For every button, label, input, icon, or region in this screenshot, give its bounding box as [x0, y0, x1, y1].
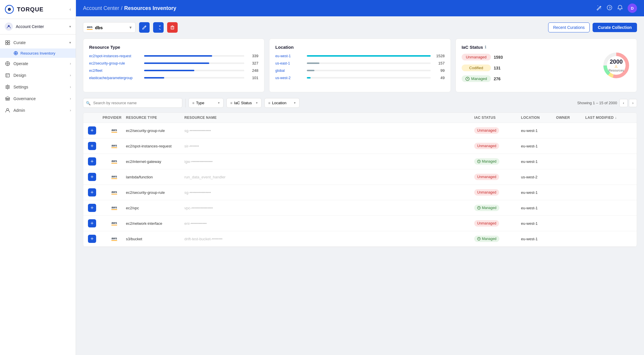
nav-item-operate[interactable]: Operate › [0, 58, 76, 69]
cloud-provider-selector[interactable]: aws dbs ▾ [83, 22, 136, 33]
account-selector[interactable]: Account Center ▾ [0, 19, 76, 34]
wand-icon[interactable] [596, 5, 602, 12]
curate-collection-button[interactable]: Curate Collection [593, 23, 637, 32]
iac-filter-label: IaC Status [234, 101, 252, 105]
resource-type-cell: lambda/function [126, 175, 184, 179]
nav-item-curate[interactable]: Curate ▾ [0, 37, 76, 48]
avatar[interactable]: D [628, 4, 637, 13]
nav-sub-item-resources-inventory[interactable]: Resources Inventory [0, 48, 76, 58]
add-icon[interactable]: + [88, 235, 96, 243]
resource-type-label[interactable]: elasticache/parametergroup [89, 76, 142, 80]
iac-pill-unmanaged: Unmanaged [474, 127, 499, 134]
location-label[interactable]: us-west-2 [275, 76, 304, 80]
cloud-chevron-icon: ▾ [129, 25, 132, 30]
add-row-button[interactable]: + [88, 188, 103, 196]
th-last-modified[interactable]: Last Modified ↓ [585, 116, 632, 120]
iac-status-cell: Managed [474, 205, 521, 211]
svg-rect-6 [6, 43, 7, 45]
type-filter-label: Type [196, 101, 204, 105]
th-provider: Provider [103, 116, 126, 120]
operate-arrow-icon: › [70, 62, 71, 66]
location-filter[interactable]: ≡ Location ▾ [264, 98, 300, 108]
next-page-button[interactable]: › [629, 99, 637, 107]
add-row-button[interactable]: + [88, 173, 103, 181]
edit-button[interactable] [139, 22, 150, 33]
resource-name-cell: run_data_event_handler [184, 175, 474, 179]
location-label[interactable]: eu-west-1 [275, 54, 304, 58]
iac-status-cell: Unmanaged [474, 143, 521, 149]
add-icon[interactable]: + [88, 142, 96, 150]
search-input[interactable] [83, 98, 182, 108]
aws-provider-text: aws [112, 144, 117, 147]
resource-type-bar [144, 70, 194, 71]
help-icon[interactable]: ? [607, 5, 612, 12]
nav-item-settings[interactable]: Settings › [0, 81, 76, 93]
aws-provider-line [111, 209, 117, 210]
aws-provider-text: aws [112, 221, 117, 225]
add-row-button[interactable]: + [88, 142, 103, 150]
nav-item-design[interactable]: Design › [0, 69, 76, 81]
svg-rect-33 [171, 27, 174, 29]
iac-badge-managed: Managed [462, 75, 491, 82]
add-icon[interactable]: + [88, 188, 96, 196]
location-filter-chevron-icon: ▾ [294, 101, 296, 105]
delete-button[interactable] [167, 22, 178, 33]
resource-type-label[interactable]: ec2/fleet [89, 69, 142, 73]
managed-icon [465, 77, 470, 81]
provider-cell: aws [103, 190, 126, 194]
location-label[interactable]: global [275, 69, 304, 73]
add-icon[interactable]: + [88, 219, 96, 227]
add-row-button[interactable]: + [88, 235, 103, 243]
iac-status-filter[interactable]: ≡ IaC Status ▾ [226, 98, 262, 108]
aws-provider-line [111, 194, 117, 194]
add-row-button[interactable]: + [88, 219, 103, 227]
aws-provider-text: aws [112, 190, 117, 194]
aws-provider-line [111, 240, 117, 241]
sidebar-collapse-button[interactable]: ‹ [70, 7, 71, 12]
resource-type-label[interactable]: ec2/security-group-rule [89, 61, 142, 65]
resource-type-label[interactable]: ec2/spot-instances-request [89, 54, 142, 58]
nav-item-governance[interactable]: Governance › [0, 93, 76, 105]
location-bar-wrap [307, 70, 430, 71]
add-row-button[interactable]: + [88, 126, 103, 135]
add-icon[interactable]: + [88, 157, 96, 166]
nav-item-admin[interactable]: Admin › [0, 105, 76, 116]
iac-filter-icon: ≡ [230, 101, 232, 105]
recent-curations-button[interactable]: Recent Curations [548, 22, 590, 32]
resource-type-cell: ec2/network-interface [126, 221, 184, 226]
location-label[interactable]: us-east-1 [275, 61, 304, 65]
table-row: + aws lambda/function run_data_event_han… [83, 169, 637, 185]
add-row-button[interactable]: + [88, 204, 103, 212]
svg-rect-26 [9, 98, 9, 100]
refresh-button[interactable] [153, 22, 164, 33]
iac-info-icon[interactable]: ℹ [485, 45, 486, 49]
add-icon[interactable]: + [88, 204, 96, 212]
pagination-area: Showing 1 – 15 of 2000 ‹ › [577, 99, 637, 107]
torque-logo-icon [5, 5, 14, 14]
add-icon[interactable]: + [88, 126, 96, 135]
filter-row: 🔍 ≡ Type ▾ ≡ IaC Status ▾ ≡ Location ▾ [83, 98, 637, 108]
resource-type-card: Resource Type ec2/spot-instances-request… [83, 39, 264, 92]
aws-line [87, 29, 93, 30]
iac-legend-item-managed: Managed 276 [462, 75, 596, 82]
pagination-buttons: ‹ › [619, 99, 637, 107]
resource-type-row: elasticache/parametergroup 101 [89, 76, 258, 80]
location-value: 49 [433, 76, 445, 80]
svg-point-2 [9, 9, 10, 10]
nav-sub-item-resources-label: Resources Inventory [20, 51, 55, 55]
location-bar [307, 55, 430, 57]
add-icon[interactable]: + [88, 173, 96, 181]
location-cell: eu-west-1 [521, 206, 556, 210]
iac-count-codified: 131 [494, 66, 501, 70]
iac-legend: Unmanaged 1593 Codified 131 Managed 276 [462, 54, 596, 82]
location-row: global 99 [275, 68, 444, 73]
prev-page-button[interactable]: ‹ [619, 99, 628, 107]
aws-provider-line [111, 147, 117, 148]
notification-icon[interactable] [617, 5, 623, 12]
add-row-button[interactable]: + [88, 157, 103, 166]
iac-legend-item-unmanaged: Unmanaged 1593 [462, 54, 596, 60]
provider-cell: aws [103, 159, 126, 163]
type-filter-chevron-icon: ▾ [218, 101, 220, 105]
type-filter[interactable]: ≡ Type ▾ [188, 98, 224, 108]
iac-pill-unmanaged: Unmanaged [474, 174, 499, 180]
